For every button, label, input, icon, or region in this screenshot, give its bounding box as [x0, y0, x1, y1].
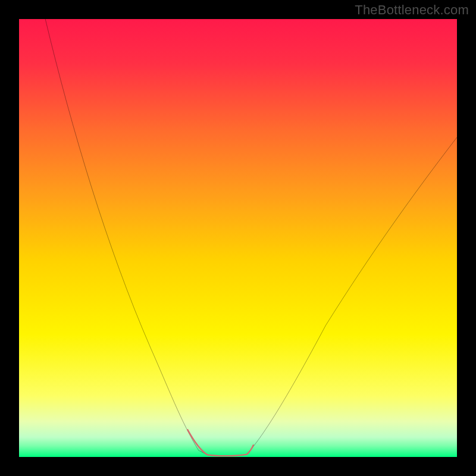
- outer-frame: TheBottleneck.com: [0, 0, 476, 476]
- chart-curve-layer: [19, 19, 457, 457]
- curve-left-arm: [45, 19, 207, 455]
- curve-right-arm: [247, 137, 457, 455]
- plot-area: [19, 19, 457, 457]
- highlight-overlay: [187, 430, 253, 456]
- watermark-text: TheBottleneck.com: [355, 2, 469, 18]
